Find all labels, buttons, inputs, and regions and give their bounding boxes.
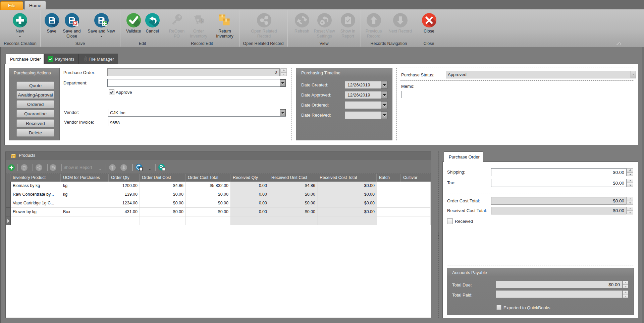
- svg-text:$: $: [200, 19, 203, 23]
